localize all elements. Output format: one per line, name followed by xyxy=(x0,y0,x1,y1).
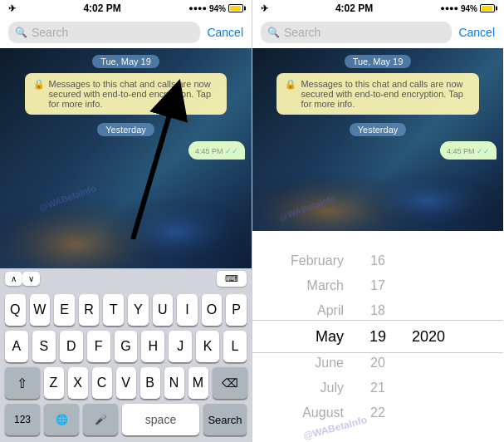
picker-row-1[interactable]: March17 xyxy=(252,273,503,298)
key-d[interactable]: D xyxy=(60,331,83,362)
key-l[interactable]: L xyxy=(223,331,247,362)
key-h[interactable]: H xyxy=(141,331,164,362)
outgoing-msg-left: 4:45 PM ✓✓ xyxy=(188,141,245,160)
picker-day-4: 20 xyxy=(357,356,399,371)
picker-row-2[interactable]: April18 xyxy=(252,298,503,323)
mic-key[interactable]: 🎤 xyxy=(83,404,118,435)
cancel-button-left[interactable]: Cancel xyxy=(207,26,243,39)
picker-day-1: 17 xyxy=(357,278,399,293)
key-p[interactable]: P xyxy=(226,294,247,326)
key-s[interactable]: S xyxy=(32,331,56,362)
search-input-right[interactable]: 🔍 Search xyxy=(261,22,452,43)
key-c[interactable]: C xyxy=(92,367,112,399)
picker-row-5[interactable]: July21 xyxy=(252,376,503,400)
space-key[interactable]: space xyxy=(122,404,199,435)
picker-year-5 xyxy=(399,381,503,395)
search-bar-left: 🔍 Search Cancel xyxy=(0,17,252,48)
status-bar-left: ✈ 4:02 PM ●●●● 94% xyxy=(0,0,252,17)
key-u[interactable]: U xyxy=(153,294,174,326)
picker-year-2 xyxy=(399,303,503,318)
search-input-left[interactable]: 🔍 Search xyxy=(8,22,200,43)
key-a[interactable]: A xyxy=(5,331,28,362)
outgoing-msg-right: 4:45 PM ✓✓ xyxy=(440,141,497,160)
key-g[interactable]: G xyxy=(115,331,138,362)
picker-day-3: 19 xyxy=(357,328,399,346)
key-b[interactable]: B xyxy=(140,367,160,399)
system-message-left: 🔒 Messages to this chat and calls are no… xyxy=(25,73,228,115)
key-x[interactable]: X xyxy=(68,367,88,399)
battery-icon-left xyxy=(228,4,243,12)
key-t[interactable]: T xyxy=(103,294,124,326)
picker-month-6: August xyxy=(252,405,357,420)
chat-bg-right: Tue, May 19 🔒 Messages to this chat and … xyxy=(252,48,503,231)
key-e[interactable]: E xyxy=(54,294,75,326)
num-key[interactable]: 123 xyxy=(5,404,40,435)
key-n[interactable]: N xyxy=(164,367,184,399)
picker-month-1: March xyxy=(252,278,357,293)
picker-year-3: 2020 xyxy=(399,328,503,346)
time-left: 4:02 PM xyxy=(83,2,120,14)
picker-row-6[interactable]: August22 xyxy=(252,400,503,425)
search-placeholder-left: Search xyxy=(32,26,68,39)
picker-day-6: 22 xyxy=(357,405,399,420)
chat-messages-right: Tue, May 19 🔒 Messages to this chat and … xyxy=(252,48,503,166)
date-picker[interactable]: February16March17April18May192020June20J… xyxy=(252,231,503,442)
globe-key[interactable]: 🌐 xyxy=(44,404,79,435)
cancel-button-right[interactable]: Cancel xyxy=(458,26,495,39)
key-j[interactable]: J xyxy=(169,331,192,362)
key-o[interactable]: O xyxy=(202,294,223,326)
msg-time-left: 4:45 PM ✓✓ xyxy=(195,147,238,155)
key-z[interactable]: Z xyxy=(44,367,64,399)
picker-row-0[interactable]: February16 xyxy=(252,248,503,273)
key-w[interactable]: W xyxy=(30,294,51,326)
key-v[interactable]: V xyxy=(116,367,136,399)
key-row-4: 123 🌐 🎤 space Search xyxy=(5,404,247,435)
search-bar-right: 🔍 Search Cancel xyxy=(252,17,503,48)
date-badge-left: Tue, May 19 xyxy=(92,55,159,68)
picker-year-0 xyxy=(399,253,503,268)
battery-pct-left: 94% xyxy=(209,4,226,13)
search-placeholder-right: Search xyxy=(284,26,321,39)
shift-key[interactable]: ⇧ xyxy=(5,367,40,399)
search-key[interactable]: Search xyxy=(203,404,247,435)
right-panel: ✈ 4:02 PM ●●●● 94% 🔍 Search Cancel xyxy=(252,0,503,442)
lock-icon-left: 🔒 xyxy=(33,79,45,90)
keyboard: Q W E R T Y U I O P A S D F G H J K xyxy=(0,289,252,442)
picker-scroll: February16March17April18May192020June20J… xyxy=(252,248,503,425)
picker-year-1 xyxy=(399,278,503,293)
airplane-icon-left: ✈ xyxy=(8,3,16,14)
battery-icon-right xyxy=(480,4,495,12)
search-icon-left: 🔍 xyxy=(15,27,27,38)
chevron-up-button[interactable]: ∧ xyxy=(5,272,22,286)
airplane-icon-right: ✈ xyxy=(261,3,268,14)
key-y[interactable]: Y xyxy=(128,294,149,326)
yesterday-badge-left: Yesterday xyxy=(97,123,154,136)
key-i[interactable]: I xyxy=(177,294,198,326)
picker-row-3[interactable]: May192020 xyxy=(252,323,503,351)
chat-bg-left: Tue, May 19 🔒 Messages to this chat and … xyxy=(0,48,252,268)
key-k[interactable]: K xyxy=(196,331,219,362)
time-right: 4:02 PM xyxy=(335,2,373,14)
chevron-down-button[interactable]: ∨ xyxy=(22,272,40,286)
picker-row-4[interactable]: June20 xyxy=(252,351,503,376)
key-f[interactable]: F xyxy=(87,331,110,362)
keyboard-toggle-button[interactable]: ⌨ xyxy=(217,271,247,287)
status-bar-right: ✈ 4:02 PM ●●●● 94% xyxy=(252,0,503,17)
picker-month-3: May xyxy=(252,328,357,346)
date-badge-right: Tue, May 19 xyxy=(345,55,412,68)
yesterday-badge-right: Yesterday xyxy=(350,123,407,136)
read-ticks-right: ✓✓ xyxy=(477,147,490,155)
read-ticks-left: ✓✓ xyxy=(225,147,238,155)
signal-icon-right: ●●●● xyxy=(440,4,458,12)
left-panel: ✈ 4:02 PM ●●●● 94% 🔍 Search Cancel xyxy=(0,0,252,442)
chat-messages-left: Tue, May 19 🔒 Messages to this chat and … xyxy=(0,48,252,166)
picker-month-2: April xyxy=(252,303,357,318)
picker-year-4 xyxy=(399,356,503,371)
delete-key[interactable]: ⌫ xyxy=(213,367,247,399)
key-m[interactable]: M xyxy=(188,367,208,399)
key-r[interactable]: R xyxy=(79,294,100,326)
key-q[interactable]: Q xyxy=(5,294,26,326)
picker-day-0: 16 xyxy=(357,253,399,268)
search-icon-right: 🔍 xyxy=(267,27,280,38)
battery-pct-right: 94% xyxy=(461,4,477,13)
